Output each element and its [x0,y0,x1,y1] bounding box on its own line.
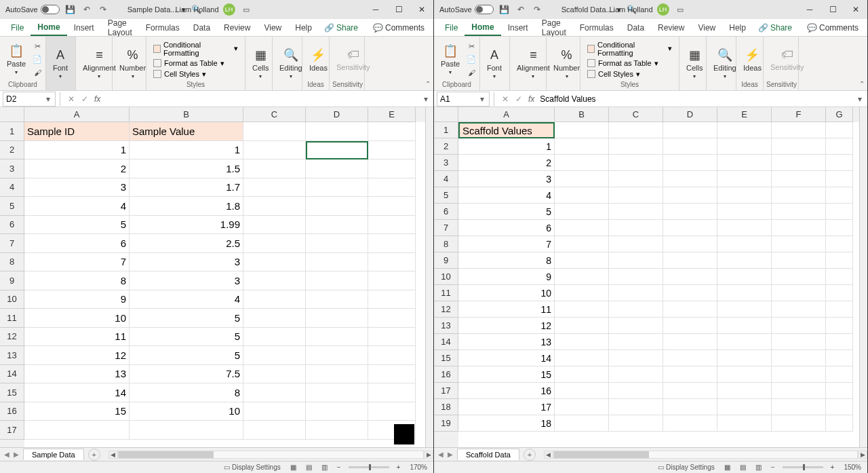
cell-D11[interactable] [663,285,717,301]
cell-D13[interactable] [306,346,368,365]
zoom-out-button[interactable]: − [769,463,777,471]
column-header-F[interactable]: F [772,107,826,122]
comments-button[interactable]: 💬 Comments [368,22,430,34]
cell-A17[interactable] [24,421,130,440]
sheet-tab-active[interactable]: Sample Data [23,449,84,460]
cell-B9[interactable]: 3 [130,271,243,290]
select-all-corner[interactable] [434,107,458,122]
undo-icon[interactable]: ↶ [515,4,526,15]
formula-expand-icon[interactable]: ▾ [421,94,431,104]
cell-B19[interactable] [555,415,609,432]
maximize-button[interactable]: ☐ [821,0,844,19]
format-as-table-button[interactable]: Format as Table ▾ [585,58,675,69]
cell-C8[interactable] [243,253,306,272]
cell-F9[interactable] [772,252,826,269]
cell-D19[interactable] [663,415,717,432]
cell-G11[interactable] [826,285,853,301]
cell-G2[interactable] [826,138,853,155]
row-header-18[interactable]: 18 [434,399,458,415]
undo-icon[interactable]: ↶ [81,4,92,15]
cell-G12[interactable] [826,301,853,318]
cell-A7[interactable]: 6 [458,220,555,236]
cell-D5[interactable] [306,197,368,216]
cell-C19[interactable] [609,415,663,432]
cell-D7[interactable] [306,234,368,253]
row-header-4[interactable]: 4 [434,171,458,187]
cell-E12[interactable] [717,301,772,318]
cancel-formula-icon[interactable]: ✕ [64,94,78,104]
row-header-10[interactable]: 10 [434,269,458,285]
column-header-B[interactable]: B [130,107,243,122]
cell-C16[interactable] [243,402,306,421]
cell-E6[interactable] [717,204,772,220]
row-header-4[interactable]: 4 [0,178,24,197]
cell-E2[interactable] [368,141,416,160]
row-header-9[interactable]: 9 [0,271,24,290]
column-header-C[interactable]: C [243,107,306,122]
close-button[interactable]: ✕ [410,0,433,19]
menu-home[interactable]: Home [465,20,500,36]
cell-A4[interactable]: 3 [458,171,555,187]
autosave-toggle[interactable]: AutoSave [439,5,494,14]
ribbon-mode-icon[interactable]: ▭ [239,4,253,15]
cell-E5[interactable] [717,187,772,204]
fx-icon[interactable]: fx [94,94,100,104]
cell-B14[interactable]: 7.5 [130,365,243,384]
cell-C14[interactable] [243,365,306,384]
user-avatar[interactable]: LH [223,3,235,16]
cell-B12[interactable] [555,301,609,318]
cell-F13[interactable] [772,318,826,334]
cell-G18[interactable] [826,399,853,415]
cell-A15[interactable]: 14 [24,383,130,402]
row-header-2[interactable]: 2 [434,138,458,155]
maximize-button[interactable]: ☐ [387,0,410,19]
cell-C17[interactable] [243,421,306,440]
cell-B14[interactable] [555,334,609,350]
row-header-1[interactable]: 1 [434,122,458,138]
cell-A6[interactable]: 5 [24,216,130,235]
tab-next-icon[interactable]: ▶ [446,451,454,458]
cell-A8[interactable]: 7 [458,236,555,252]
cell-A14[interactable]: 13 [458,334,555,350]
cell-D16[interactable] [663,366,717,383]
cell-D1[interactable] [663,122,717,138]
row-header-13[interactable]: 13 [0,346,24,365]
cell-G16[interactable] [826,366,853,383]
cell-E3[interactable] [368,159,416,178]
cell-E10[interactable] [368,290,416,309]
row-header-8[interactable]: 8 [0,253,24,272]
column-header-B[interactable]: B [555,107,609,122]
horizontal-scrollbar[interactable]: ◀▶ [544,451,867,459]
cell-A3[interactable]: 2 [458,155,555,171]
formula-input[interactable]: Scaffold Values [537,94,855,104]
cell-B5[interactable]: 1.8 [130,197,243,216]
zoom-out-button[interactable]: − [335,463,343,471]
cell-B8[interactable]: 3 [130,253,243,272]
row-header-1[interactable]: 1 [0,122,24,141]
row-header-11[interactable]: 11 [434,285,458,301]
tab-next-icon[interactable]: ▶ [12,451,20,458]
cell-C12[interactable] [609,301,663,318]
vertical-scrollbar[interactable] [425,107,433,447]
cell-D4[interactable] [663,171,717,187]
cell-C1[interactable] [243,122,306,141]
cell-D2[interactable] [663,138,717,155]
cell-G10[interactable] [826,269,853,285]
row-header-16[interactable]: 16 [434,366,458,383]
cell-B17[interactable] [555,383,609,399]
cell-C17[interactable] [609,383,663,399]
cell-styles-button[interactable]: Cell Styles ▾ [585,69,675,79]
cell-F19[interactable] [772,415,826,432]
sheet-tab-active[interactable]: Scaffold Data [457,449,519,460]
menu-insert[interactable]: Insert [501,20,535,35]
cell-E14[interactable] [368,365,416,384]
cell-A11[interactable]: 10 [24,309,130,328]
conditional-formatting-button[interactable]: Conditional Formatting ▾ [585,40,675,58]
cell-A7[interactable]: 6 [24,234,130,253]
row-header-17[interactable]: 17 [434,383,458,399]
row-header-16[interactable]: 16 [0,402,24,421]
cell-A1[interactable]: Sample ID [24,122,130,141]
column-header-A[interactable]: A [24,107,130,122]
cell-B6[interactable]: 1.99 [130,216,243,235]
display-settings-button[interactable]: ▭ Display Settings [222,463,282,471]
